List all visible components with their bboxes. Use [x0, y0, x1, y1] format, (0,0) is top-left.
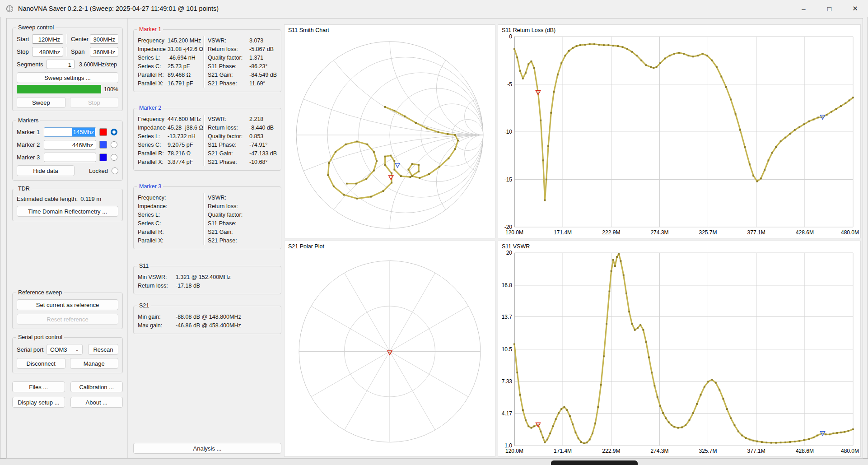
kv-label: Return loss:	[208, 203, 249, 209]
kv-value: -8.440 dB	[249, 125, 274, 131]
kv-value: -74.91°	[249, 142, 267, 148]
vswr-chart[interactable]: 120.0M171.4M222.9M274.3M325.7M377.1M428.…	[498, 241, 860, 456]
kv-label: S11 Phase:	[208, 63, 249, 70]
app-window: NanoVNA Saver 0.2.2-1 (Sweep: 2025-04-27…	[0, 0, 868, 459]
minimize-button[interactable]: –	[791, 0, 817, 17]
stop-input[interactable]: 480Mhz	[32, 47, 63, 56]
marker3-radio[interactable]	[111, 154, 117, 161]
marker1-input[interactable]: 145Mhz	[44, 127, 96, 137]
marker3-input[interactable]	[44, 153, 96, 162]
taskbar-sliver[interactable]	[551, 460, 638, 465]
s21-info-group: S21 Min gain:-88.08 dB @ 148.800MHzMax g…	[133, 306, 281, 334]
polar-plot-chart[interactable]	[285, 241, 495, 456]
svg-text:222.9M: 222.9M	[602, 448, 620, 454]
sweep-button[interactable]: Sweep	[17, 97, 65, 108]
locked-checkbox[interactable]	[112, 167, 118, 174]
center-input[interactable]: 300MHz	[90, 34, 118, 44]
return-loss-panel: S11 Return Loss (dB) 120.0M171.4M222.9M2…	[498, 24, 861, 238]
kv-row: Quality factor:0.853	[208, 132, 277, 140]
kv-label: S21 Gain:	[208, 72, 249, 78]
kv-label: Quality factor:	[208, 212, 249, 218]
kv-label: Series L:	[138, 55, 168, 61]
marker3-color-swatch[interactable]	[99, 153, 107, 161]
kv-row: Return loss:	[208, 202, 277, 210]
reference-sweep-group: Reference sweep Set current as reference…	[12, 293, 123, 329]
tdr-button[interactable]: Time Domain Reflectometry ...	[17, 206, 118, 217]
kv-row: VSWR:3.073	[208, 36, 277, 45]
desktop-strip	[0, 459, 868, 465]
manage-button[interactable]: Manage	[70, 358, 119, 369]
center-label: Center	[71, 36, 90, 42]
sweep-settings-button[interactable]: Sweep settings ...	[17, 72, 118, 83]
markers-group: Markers Marker 1 145Mhz Marker 2 446Mhz	[12, 121, 123, 181]
kv-label: Max gain:	[138, 322, 176, 329]
start-input[interactable]: 120MHz	[32, 34, 63, 44]
marker1-label: Marker 1	[17, 129, 44, 135]
svg-text:325.7M: 325.7M	[699, 229, 717, 236]
kv-label: Series C:	[138, 63, 168, 70]
kv-label: S21 Gain:	[208, 229, 249, 235]
marker1-radio[interactable]	[111, 129, 117, 135]
kv-value: -5.867 dB	[249, 46, 274, 52]
span-input[interactable]: 360MHz	[90, 47, 118, 56]
rescan-button[interactable]: Rescan	[88, 344, 118, 355]
files-button[interactable]: Files ...	[12, 381, 65, 392]
kv-label: Parallel R:	[138, 229, 168, 235]
kv-label: VSWR:	[208, 195, 249, 201]
kv-label: S11 Phase:	[208, 142, 249, 148]
maximize-button[interactable]: □	[817, 0, 842, 17]
kv-label: Parallel R:	[138, 72, 168, 78]
kv-label: Min VSWR:	[138, 274, 176, 280]
svg-text:-10: -10	[504, 129, 513, 135]
marker2-radio[interactable]	[111, 141, 117, 148]
kv-row: Frequency145.200 MHz	[138, 36, 204, 45]
kv-label: Quality factor:	[208, 55, 249, 61]
return-loss-chart[interactable]: 120.0M171.4M222.9M274.3M325.7M377.1M428.…	[498, 25, 860, 238]
disconnect-button[interactable]: Disconnect	[17, 358, 65, 369]
return-loss-title: S11 Return Loss (dB)	[502, 27, 555, 33]
marker2-data-group: Marker 2 Frequency447.600 MHzImpedance45…	[133, 108, 281, 171]
title-bar: NanoVNA Saver 0.2.2-1 (Sweep: 2025-04-27…	[0, 0, 868, 17]
divider	[67, 47, 67, 56]
kv-row: Parallel X:16.791 pF	[138, 79, 204, 88]
kv-value: 1.321 @ 152.400MHz	[176, 274, 231, 280]
smith-chart[interactable]	[285, 25, 495, 238]
vswr-panel: S11 VSWR 120.0M171.4M222.9M274.3M325.7M3…	[498, 241, 861, 457]
kv-row: S21 Phase:-10.68°	[208, 158, 277, 166]
sweep-control-group: Sweep control Start 120MHz Center 300MHz…	[12, 28, 123, 111]
chevron-down-icon: ⌄	[75, 347, 79, 352]
kv-row: VSWR:2.218	[208, 115, 277, 123]
kv-row: Max gain:-46.86 dB @ 458.400MHz	[138, 321, 277, 330]
display-setup-button[interactable]: Display setup ...	[12, 397, 65, 408]
kv-value: -17.18 dB	[176, 283, 200, 289]
reference-sweep-title: Reference sweep	[16, 289, 64, 296]
stop-button[interactable]: Stop	[70, 97, 119, 108]
svg-text:428.6M: 428.6M	[796, 448, 814, 454]
kv-row: S11 Phase:	[208, 219, 277, 228]
set-reference-button[interactable]: Set current as reference	[17, 299, 118, 310]
serial-port-title: Serial port control	[16, 334, 64, 340]
smith-chart-title: S11 Smith Chart	[288, 27, 329, 33]
marker2-color-swatch[interactable]	[99, 141, 107, 149]
serial-port-select[interactable]: COM3 ⌄	[47, 344, 83, 355]
about-button[interactable]: About ...	[70, 397, 123, 408]
svg-text:171.4M: 171.4M	[554, 448, 572, 454]
kv-label: Min gain:	[138, 314, 176, 320]
kv-label: Return loss:	[138, 283, 176, 289]
kv-row: Series L:-46.694 nH	[138, 53, 204, 62]
kv-row: Series C:25.73 pF	[138, 62, 204, 70]
close-button[interactable]: ✕	[842, 0, 868, 17]
kv-value: -46.86 dB @ 458.400MHz	[176, 322, 241, 329]
calibration-button[interactable]: Calibration ...	[70, 381, 123, 392]
analysis-button[interactable]: Analysis ...	[133, 443, 281, 454]
marker3-data-title: Marker 3	[137, 183, 163, 190]
marker1-color-swatch[interactable]	[99, 128, 107, 136]
segments-input[interactable]: 1	[47, 60, 75, 69]
svg-text:377.1M: 377.1M	[747, 229, 765, 236]
marker2-input[interactable]: 446Mhz	[44, 140, 96, 149]
marker3-right-rows: VSWR:Return loss:Quality factor:S11 Phas…	[204, 193, 277, 245]
reset-reference-button[interactable]: Reset reference	[17, 314, 118, 325]
smith-chart-panel: S11 Smith Chart	[284, 24, 495, 238]
hide-data-button[interactable]: Hide data	[17, 165, 75, 176]
kv-row: Series C:9.2075 pF	[138, 140, 204, 149]
